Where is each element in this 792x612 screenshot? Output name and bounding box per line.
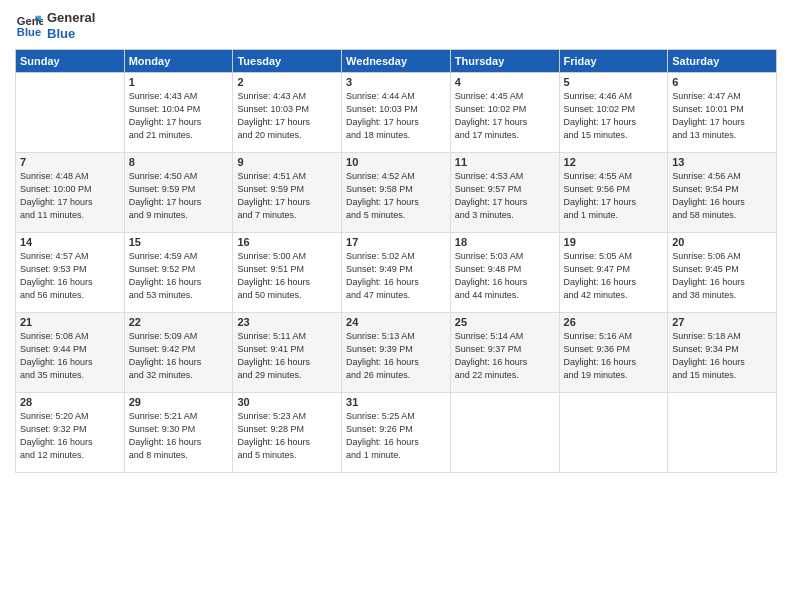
cell-info: Sunrise: 5:03 AMSunset: 9:48 PMDaylight:… [455,250,555,302]
calendar-cell [450,393,559,473]
logo-icon: General Blue [15,12,43,40]
calendar-cell: 26Sunrise: 5:16 AMSunset: 9:36 PMDayligh… [559,313,668,393]
page-container: General Blue General Blue SundayMondayTu… [0,0,792,483]
calendar-cell: 29Sunrise: 5:21 AMSunset: 9:30 PMDayligh… [124,393,233,473]
day-number: 18 [455,236,555,248]
cell-info: Sunrise: 4:43 AMSunset: 10:04 PMDaylight… [129,90,229,142]
day-number: 23 [237,316,337,328]
calendar-cell: 3Sunrise: 4:44 AMSunset: 10:03 PMDayligh… [342,73,451,153]
calendar-cell: 12Sunrise: 4:55 AMSunset: 9:56 PMDayligh… [559,153,668,233]
day-number: 17 [346,236,446,248]
calendar-cell: 2Sunrise: 4:43 AMSunset: 10:03 PMDayligh… [233,73,342,153]
calendar-cell: 16Sunrise: 5:00 AMSunset: 9:51 PMDayligh… [233,233,342,313]
calendar-cell: 30Sunrise: 5:23 AMSunset: 9:28 PMDayligh… [233,393,342,473]
day-number: 11 [455,156,555,168]
cell-info: Sunrise: 4:47 AMSunset: 10:01 PMDaylight… [672,90,772,142]
column-header-tuesday: Tuesday [233,50,342,73]
day-number: 8 [129,156,229,168]
day-number: 25 [455,316,555,328]
calendar-cell: 8Sunrise: 4:50 AMSunset: 9:59 PMDaylight… [124,153,233,233]
logo-general: General [47,10,95,26]
calendar-cell [668,393,777,473]
calendar-cell: 23Sunrise: 5:11 AMSunset: 9:41 PMDayligh… [233,313,342,393]
cell-info: Sunrise: 5:09 AMSunset: 9:42 PMDaylight:… [129,330,229,382]
calendar-cell: 5Sunrise: 4:46 AMSunset: 10:02 PMDayligh… [559,73,668,153]
calendar-cell: 21Sunrise: 5:08 AMSunset: 9:44 PMDayligh… [16,313,125,393]
cell-info: Sunrise: 5:05 AMSunset: 9:47 PMDaylight:… [564,250,664,302]
cell-info: Sunrise: 5:20 AMSunset: 9:32 PMDaylight:… [20,410,120,462]
day-number: 4 [455,76,555,88]
cell-info: Sunrise: 5:23 AMSunset: 9:28 PMDaylight:… [237,410,337,462]
svg-text:Blue: Blue [17,26,41,38]
column-header-saturday: Saturday [668,50,777,73]
calendar-week-row: 7Sunrise: 4:48 AMSunset: 10:00 PMDayligh… [16,153,777,233]
calendar-cell: 4Sunrise: 4:45 AMSunset: 10:02 PMDayligh… [450,73,559,153]
column-header-friday: Friday [559,50,668,73]
cell-info: Sunrise: 5:00 AMSunset: 9:51 PMDaylight:… [237,250,337,302]
day-number: 26 [564,316,664,328]
calendar-cell: 22Sunrise: 5:09 AMSunset: 9:42 PMDayligh… [124,313,233,393]
day-number: 29 [129,396,229,408]
cell-info: Sunrise: 4:56 AMSunset: 9:54 PMDaylight:… [672,170,772,222]
cell-info: Sunrise: 5:18 AMSunset: 9:34 PMDaylight:… [672,330,772,382]
calendar-cell: 31Sunrise: 5:25 AMSunset: 9:26 PMDayligh… [342,393,451,473]
calendar-cell [16,73,125,153]
page-header: General Blue General Blue [15,10,777,41]
calendar-week-row: 28Sunrise: 5:20 AMSunset: 9:32 PMDayligh… [16,393,777,473]
cell-info: Sunrise: 4:52 AMSunset: 9:58 PMDaylight:… [346,170,446,222]
calendar-cell: 9Sunrise: 4:51 AMSunset: 9:59 PMDaylight… [233,153,342,233]
calendar-week-row: 1Sunrise: 4:43 AMSunset: 10:04 PMDayligh… [16,73,777,153]
calendar-body: 1Sunrise: 4:43 AMSunset: 10:04 PMDayligh… [16,73,777,473]
cell-info: Sunrise: 4:50 AMSunset: 9:59 PMDaylight:… [129,170,229,222]
day-number: 22 [129,316,229,328]
calendar-cell: 13Sunrise: 4:56 AMSunset: 9:54 PMDayligh… [668,153,777,233]
calendar-cell: 19Sunrise: 5:05 AMSunset: 9:47 PMDayligh… [559,233,668,313]
day-number: 28 [20,396,120,408]
day-number: 13 [672,156,772,168]
day-number: 27 [672,316,772,328]
day-number: 3 [346,76,446,88]
column-header-wednesday: Wednesday [342,50,451,73]
logo: General Blue General Blue [15,10,95,41]
cell-info: Sunrise: 4:43 AMSunset: 10:03 PMDaylight… [237,90,337,142]
day-number: 2 [237,76,337,88]
day-number: 7 [20,156,120,168]
cell-info: Sunrise: 5:13 AMSunset: 9:39 PMDaylight:… [346,330,446,382]
day-number: 9 [237,156,337,168]
cell-info: Sunrise: 4:51 AMSunset: 9:59 PMDaylight:… [237,170,337,222]
day-number: 20 [672,236,772,248]
cell-info: Sunrise: 4:59 AMSunset: 9:52 PMDaylight:… [129,250,229,302]
calendar-cell: 18Sunrise: 5:03 AMSunset: 9:48 PMDayligh… [450,233,559,313]
day-number: 10 [346,156,446,168]
column-header-monday: Monday [124,50,233,73]
day-number: 5 [564,76,664,88]
column-header-thursday: Thursday [450,50,559,73]
cell-info: Sunrise: 4:45 AMSunset: 10:02 PMDaylight… [455,90,555,142]
day-number: 6 [672,76,772,88]
day-number: 1 [129,76,229,88]
day-number: 12 [564,156,664,168]
cell-info: Sunrise: 5:21 AMSunset: 9:30 PMDaylight:… [129,410,229,462]
day-number: 31 [346,396,446,408]
day-number: 30 [237,396,337,408]
column-header-sunday: Sunday [16,50,125,73]
cell-info: Sunrise: 4:55 AMSunset: 9:56 PMDaylight:… [564,170,664,222]
calendar-cell: 20Sunrise: 5:06 AMSunset: 9:45 PMDayligh… [668,233,777,313]
calendar-cell: 14Sunrise: 4:57 AMSunset: 9:53 PMDayligh… [16,233,125,313]
calendar-cell: 6Sunrise: 4:47 AMSunset: 10:01 PMDayligh… [668,73,777,153]
calendar-cell: 15Sunrise: 4:59 AMSunset: 9:52 PMDayligh… [124,233,233,313]
calendar-cell: 25Sunrise: 5:14 AMSunset: 9:37 PMDayligh… [450,313,559,393]
day-number: 14 [20,236,120,248]
cell-info: Sunrise: 5:14 AMSunset: 9:37 PMDaylight:… [455,330,555,382]
cell-info: Sunrise: 4:57 AMSunset: 9:53 PMDaylight:… [20,250,120,302]
day-number: 24 [346,316,446,328]
calendar-cell: 28Sunrise: 5:20 AMSunset: 9:32 PMDayligh… [16,393,125,473]
calendar-cell: 7Sunrise: 4:48 AMSunset: 10:00 PMDayligh… [16,153,125,233]
calendar-cell [559,393,668,473]
calendar-week-row: 21Sunrise: 5:08 AMSunset: 9:44 PMDayligh… [16,313,777,393]
calendar-cell: 24Sunrise: 5:13 AMSunset: 9:39 PMDayligh… [342,313,451,393]
calendar-table: SundayMondayTuesdayWednesdayThursdayFrid… [15,49,777,473]
cell-info: Sunrise: 5:02 AMSunset: 9:49 PMDaylight:… [346,250,446,302]
calendar-header-row: SundayMondayTuesdayWednesdayThursdayFrid… [16,50,777,73]
calendar-week-row: 14Sunrise: 4:57 AMSunset: 9:53 PMDayligh… [16,233,777,313]
